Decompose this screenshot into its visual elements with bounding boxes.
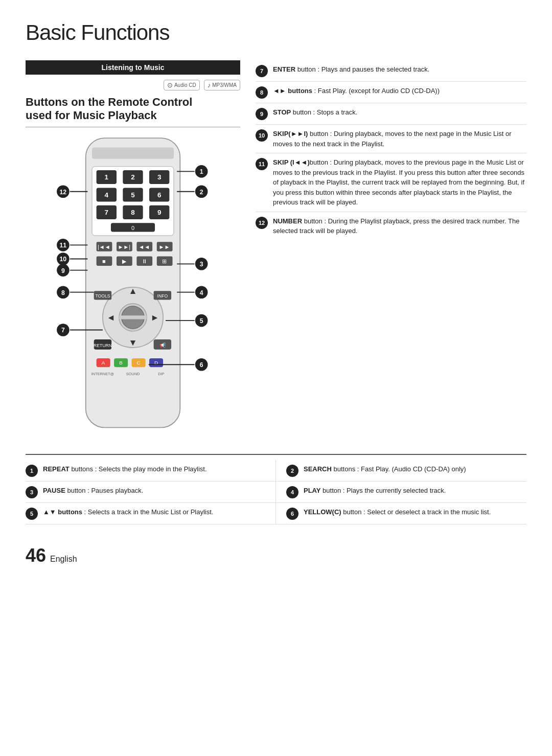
item-number: 10 <box>256 129 268 142</box>
svg-text:5: 5 <box>131 191 135 199</box>
svg-text:4: 4 <box>105 191 109 199</box>
right-list-item: 10SKIP(►►I) button : During playback, mo… <box>256 125 526 153</box>
svg-text:►►: ►► <box>159 244 170 250</box>
svg-text:◄◄: ◄◄ <box>139 244 150 250</box>
svg-text:►►|: ►►| <box>118 244 130 250</box>
section-subtitle: Buttons on the Remote Control used for M… <box>26 96 240 127</box>
svg-text:■: ■ <box>102 258 106 264</box>
page-language: English <box>50 555 77 564</box>
svg-text:⏸: ⏸ <box>142 258 147 264</box>
item-number: 1 <box>26 465 38 477</box>
svg-text:▼: ▼ <box>128 337 137 348</box>
item-number: 2 <box>286 465 298 477</box>
svg-text:INFO: INFO <box>157 293 168 298</box>
item-number: 12 <box>256 217 268 229</box>
right-list-item: 11SKIP (I◄◄)button : During playback, mo… <box>256 153 526 212</box>
item-description: SKIP (I◄◄)button : During playback, move… <box>273 157 526 208</box>
mp3-icon: ♪ <box>208 81 211 89</box>
svg-text:10: 10 <box>60 256 67 263</box>
item-number: 11 <box>256 158 268 170</box>
item-description: NUMBER button : During the Playlist play… <box>273 216 526 236</box>
item-number: 8 <box>256 86 268 99</box>
item-number: 4 <box>286 486 298 498</box>
bottom-list-item: 2SEARCH buttons : Fast Play. (Audio CD (… <box>276 460 526 482</box>
svg-text:3: 3 <box>200 261 203 268</box>
svg-text:5: 5 <box>200 317 203 325</box>
page-title: Basic Functions <box>26 20 526 45</box>
svg-text:8: 8 <box>61 289 65 296</box>
svg-rect-1 <box>92 147 174 158</box>
svg-text:6: 6 <box>200 361 203 369</box>
right-list-item: 8◄► buttons : Fast Play. (except for Aud… <box>256 82 526 103</box>
item-description: YELLOW(C) button : Select or deselect a … <box>304 507 520 517</box>
svg-text:▲: ▲ <box>128 286 137 296</box>
bottom-list-item: 4PLAY button : Plays the currently selec… <box>276 482 526 503</box>
bottom-items-grid: 1REPEAT buttons : Selects the play mode … <box>26 460 526 524</box>
item-number: 9 <box>256 108 268 120</box>
icons-row: ⊙ Audio CD ♪ MP3/WMA <box>26 80 240 90</box>
svg-text:📢: 📢 <box>159 342 166 349</box>
svg-rect-46 <box>119 315 147 319</box>
svg-text:RETURN: RETURN <box>94 343 112 348</box>
remote-control-diagram: 1 2 3 4 5 6 7 8 9 0 <box>51 135 215 439</box>
right-list-item: 12NUMBER button : During the Playlist pl… <box>256 212 526 240</box>
svg-text:B: B <box>119 360 123 365</box>
page-footer: 46 English <box>26 545 526 566</box>
bottom-section: 1REPEAT buttons : Selects the play mode … <box>26 454 526 524</box>
audio-cd-icon: ⊙ <box>167 81 173 89</box>
svg-text:8: 8 <box>131 209 135 216</box>
section-header: Listening to Music <box>26 60 240 75</box>
item-description: SKIP(►►I) button : During playback, move… <box>273 129 526 149</box>
svg-text:7: 7 <box>61 327 65 334</box>
bottom-list-item: 3PAUSE button : Pauses playback. <box>26 482 276 503</box>
item-description: ▲▼ buttons : Selects a track in the Musi… <box>43 507 265 517</box>
mp3-wma-badge: ♪ MP3/WMA <box>204 80 240 90</box>
svg-text:9: 9 <box>61 267 65 274</box>
item-number: 3 <box>26 486 38 498</box>
mp3-label: MP3/WMA <box>212 82 237 88</box>
audio-cd-badge: ⊙ Audio CD <box>164 80 200 90</box>
audio-cd-label: Audio CD <box>174 82 196 88</box>
svg-text:9: 9 <box>157 209 162 216</box>
bottom-list-item: 5▲▼ buttons : Selects a track in the Mus… <box>26 503 276 524</box>
item-description: ENTER button : Plays and pauses the sele… <box>273 64 526 75</box>
item-description: ◄► buttons : Fast Play. (except for Audi… <box>273 86 526 96</box>
right-list-item: 9STOP button : Stops a track. <box>256 103 526 125</box>
item-description: STOP button : Stops a track. <box>273 107 526 118</box>
svg-text:3: 3 <box>157 173 162 181</box>
item-number: 7 <box>256 65 268 77</box>
svg-text:DIP: DIP <box>158 372 164 376</box>
right-column: 7ENTER button : Plays and pauses the sel… <box>256 60 526 439</box>
svg-text:|◄◄: |◄◄ <box>98 244 110 250</box>
remote-svg: 1 2 3 4 5 6 7 8 9 0 <box>51 135 215 437</box>
svg-text:►: ► <box>151 312 159 323</box>
svg-text:C: C <box>137 360 141 365</box>
svg-text:1: 1 <box>200 168 203 175</box>
svg-text:SOUND: SOUND <box>126 372 140 376</box>
item-description: REPEAT buttons : Selects the play mode i… <box>43 464 265 474</box>
svg-text:7: 7 <box>105 209 109 216</box>
svg-text:A: A <box>102 360 105 365</box>
item-description: PLAY button : Plays the currently select… <box>304 486 520 496</box>
svg-text:▶: ▶ <box>122 258 127 264</box>
item-description: SEARCH buttons : Fast Play. (Audio CD (C… <box>304 464 520 474</box>
svg-text:2: 2 <box>200 188 203 195</box>
svg-text:0: 0 <box>131 225 134 231</box>
item-number: 5 <box>26 508 38 520</box>
svg-text:12: 12 <box>60 188 67 195</box>
svg-text:2: 2 <box>131 173 135 181</box>
bottom-list-item: 6YELLOW(C) button : Select or deselect a… <box>276 503 526 524</box>
right-items-list: 7ENTER button : Plays and pauses the sel… <box>256 60 526 240</box>
svg-text:6: 6 <box>157 191 162 199</box>
page-number: 46 <box>26 545 46 566</box>
svg-text:◄: ◄ <box>106 312 115 323</box>
svg-text:1: 1 <box>105 173 109 181</box>
item-description: PAUSE button : Pauses playback. <box>43 486 265 496</box>
item-number: 6 <box>286 508 298 520</box>
svg-text:⊞: ⊞ <box>162 258 167 264</box>
right-list-item: 7ENTER button : Plays and pauses the sel… <box>256 60 526 82</box>
svg-text:4: 4 <box>200 289 203 296</box>
bottom-list-item: 1REPEAT buttons : Selects the play mode … <box>26 460 276 482</box>
svg-text:11: 11 <box>60 242 67 249</box>
svg-text:TOOLS: TOOLS <box>95 293 110 298</box>
